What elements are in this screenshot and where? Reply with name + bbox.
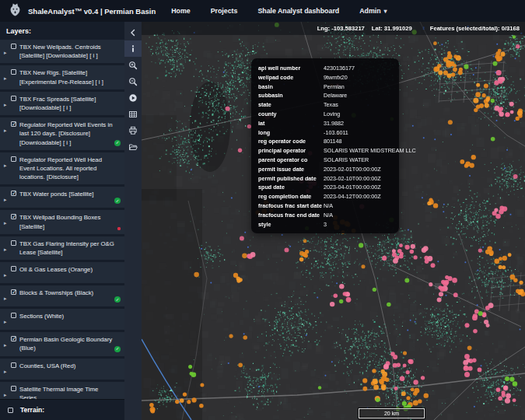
layer-item-regulator-reported-well-events-in-last-1[interactable]: Regulator Reported Well Events in last 1… <box>0 117 124 150</box>
caret-down-icon <box>384 7 387 15</box>
main-nav: HomeProjectsShale Analyst dashboardAdmin <box>171 7 387 15</box>
layer-item-counties-usa-red[interactable]: Counties, USA (Red) <box>0 359 124 380</box>
popup-field-value: 2023-02-01T00:00:00Z <box>324 165 381 174</box>
layer-item-tbx-gas-flaring-intensity-per-o-g-lease-[interactable]: TBX Gas Flaring Intensity per O&G Lease … <box>0 236 124 260</box>
expand-arrow-icon[interactable] <box>4 121 9 135</box>
expand-arrow-icon[interactable] <box>4 336 9 350</box>
layer-label: Sections (White) <box>19 312 64 320</box>
expand-arrow-icon[interactable] <box>4 156 9 170</box>
locate-button[interactable] <box>124 89 142 106</box>
popup-field-value: Texas <box>324 100 338 110</box>
expand-arrow-icon[interactable] <box>4 96 9 110</box>
data-table-button[interactable] <box>124 106 142 122</box>
popup-field-label: parent operator co <box>258 156 324 165</box>
layer-checkbox[interactable] <box>11 96 16 101</box>
layers-heading: Layers: <box>0 22 124 40</box>
popup-field-label: principal operator <box>258 146 324 156</box>
layer-checkbox[interactable] <box>11 386 16 391</box>
nav-item-shale-analyst-dashboard[interactable]: Shale Analyst dashboard <box>257 7 339 15</box>
popup-field-value: N/A <box>324 201 333 211</box>
info-tool-button[interactable] <box>124 40 142 57</box>
layer-status-loading-badge <box>117 227 121 230</box>
expand-arrow-icon[interactable] <box>4 44 9 58</box>
popup-row-fracfocus-frac-start-date: fracfocus frac start dateN/A <box>258 201 392 211</box>
layers-folder-button[interactable] <box>124 138 142 155</box>
map-status-bar: Lng: -103.583217 Lat: 31.991029 Features… <box>142 22 525 35</box>
popup-field-value: 31.9882 <box>324 119 344 128</box>
layer-item-regulator-reported-well-head-event-locat[interactable]: Regulator Reported Well Head Event Locat… <box>0 152 124 185</box>
popup-field-value: 2023-04-12T00:00:00Z <box>324 192 381 201</box>
expand-arrow-icon[interactable] <box>4 386 9 399</box>
popup-row-style: style3 <box>258 220 392 229</box>
nav-item-home[interactable]: Home <box>171 7 190 15</box>
layer-checkbox[interactable] <box>11 362 16 368</box>
top-nav-bar: ShaleAnalyst™ v0.4 | Permian Basin HomeP… <box>0 0 525 22</box>
layer-label: Permian Basin Geologic Boundary (Blue) <box>19 335 115 352</box>
layer-label: Satellite Thermal Image Time Series <box>19 385 115 399</box>
nav-item-label: Admin <box>359 7 380 15</box>
popup-row-subbasin: subbasinDelaware <box>258 91 392 100</box>
layer-checkbox[interactable] <box>11 121 16 127</box>
expand-arrow-icon[interactable] <box>4 69 9 83</box>
layer-checkbox[interactable] <box>11 313 16 318</box>
expand-arrow-icon[interactable] <box>4 362 9 376</box>
layer-checkbox[interactable] <box>11 289 16 295</box>
layer-checkbox[interactable] <box>11 69 16 75</box>
layer-item-tbx-new-rigs-satellite-experimental-pre-[interactable]: TBX New Rigs. [Satellite] [Experimental … <box>0 65 124 89</box>
expand-arrow-icon[interactable] <box>4 240 9 254</box>
layer-checkbox[interactable] <box>11 214 16 219</box>
map-scale-bar: 20 km <box>359 408 425 418</box>
layer-checkbox[interactable] <box>11 156 16 162</box>
expand-arrow-icon[interactable] <box>4 266 9 280</box>
popup-row-api-well-number: api well number4230136177 <box>258 64 392 73</box>
zoom-out-button[interactable] <box>124 73 142 89</box>
expand-arrow-icon[interactable] <box>4 214 9 228</box>
layer-item-sections-white[interactable]: Sections (White) <box>0 309 124 330</box>
popup-row-lat: lat31.9882 <box>258 119 392 128</box>
layer-label: TBX Wellpad Bounding Boxes [Satellite] <box>19 213 115 230</box>
nav-item-projects[interactable]: Projects <box>211 7 238 15</box>
layer-checkbox[interactable] <box>11 44 16 49</box>
popup-row-basin: basinPermian <box>258 82 392 92</box>
popup-field-value: Delaware <box>324 91 347 100</box>
layer-item-tbx-new-wellpads-centroids-satellite-dow[interactable]: TBX New Wellpads. Centroids [Satellite] … <box>0 40 124 63</box>
expand-arrow-icon[interactable] <box>4 289 9 303</box>
layer-item-tbx-frac-spreads-satellite-downloadable-[interactable]: TBX Frac Spreads [Satellite] [Downloadab… <box>0 92 124 115</box>
popup-field-label: permit issue date <box>258 165 324 174</box>
popup-row-principal-operator: principal operatorSOLARIS WATER MIDSTREA… <box>258 146 392 156</box>
layer-checkbox[interactable] <box>11 240 16 246</box>
well-info-popup: api well number4230136177wellpad code9tw… <box>251 58 399 233</box>
popup-row-state: stateTexas <box>258 100 392 110</box>
nav-item-admin[interactable]: Admin <box>359 7 387 15</box>
popup-field-label: long <box>258 128 324 138</box>
layer-item-permian-basin-geologic-boundary-blue[interactable]: Permian Basin Geologic Boundary (Blue) <box>0 332 124 355</box>
print-button[interactable] <box>124 122 142 138</box>
layer-item-satellite-thermal-image-time-series[interactable]: Satellite Thermal Image Time Series <box>0 382 124 399</box>
zoom-in-button[interactable] <box>124 57 142 73</box>
map-area[interactable]: Lng: -103.583217 Lat: 31.991029 Features… <box>142 22 525 420</box>
app-root: ShaleAnalyst™ v0.4 | Permian Basin HomeP… <box>0 0 525 420</box>
layer-item-blocks-townships-black[interactable]: Blocks & Townships (Black) <box>0 285 124 306</box>
nav-item-label: Shale Analyst dashboard <box>257 7 339 15</box>
layer-item-tbx-wellpad-bounding-boxes-satellite[interactable]: TBX Wellpad Bounding Boxes [Satellite] <box>0 210 124 233</box>
terrain-section[interactable]: Terrain: <box>0 399 124 420</box>
layer-item-tbx-water-ponds-satellite[interactable]: TBX Water ponds [Satellite] <box>0 187 124 208</box>
collapse-sidebar-button[interactable] <box>124 24 142 40</box>
layer-checkbox[interactable] <box>11 266 16 271</box>
popup-field-label: lat <box>258 119 324 128</box>
expand-arrow-icon[interactable] <box>4 313 9 327</box>
terrain-checkbox[interactable] <box>8 408 13 413</box>
wolf-logo-icon <box>8 2 23 20</box>
scale-label: 20 km <box>384 411 399 416</box>
layer-checkbox[interactable] <box>11 191 16 196</box>
popup-field-label: spud date <box>258 183 324 192</box>
popup-field-value: Permian <box>324 82 345 92</box>
popup-field-value: Loving <box>324 110 340 119</box>
layer-status-loaded-badge <box>114 198 121 204</box>
expand-arrow-icon[interactable] <box>4 191 9 205</box>
layer-checkbox[interactable] <box>11 336 16 341</box>
popup-row-permit-published-date: permit published date2023-02-10T00:00:00… <box>258 174 392 184</box>
popup-field-label: state <box>258 100 324 110</box>
layer-item-oil-gas-leases-orange[interactable]: Oil & Gas Leases (Orange) <box>0 262 124 283</box>
popup-field-value: SOLARIS WATER MIDSTREAM LLC <box>324 146 416 156</box>
